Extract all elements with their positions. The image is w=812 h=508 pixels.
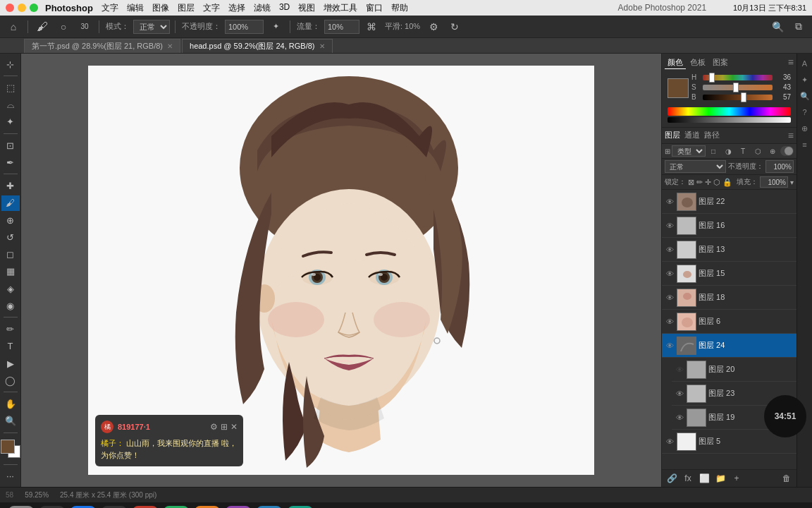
layer-item-13[interactable]: 👁 图层 13 bbox=[662, 238, 796, 262]
filter-toggle[interactable] bbox=[780, 146, 794, 156]
delete-layer-btn[interactable]: 🗑 bbox=[780, 472, 794, 485]
clone-tool[interactable]: ⊕ bbox=[1, 212, 20, 228]
lock-position[interactable]: ✛ bbox=[705, 178, 711, 187]
new-group-btn[interactable]: 📁 bbox=[713, 472, 727, 485]
lock-transparent[interactable]: ⊠ bbox=[688, 178, 694, 187]
tab-head[interactable]: head.psd @ 59.2%(图层 24, RGB/8) ✕ bbox=[182, 39, 332, 53]
filter-type-btn[interactable]: T bbox=[737, 145, 749, 157]
tab-swatches[interactable]: 色板 bbox=[687, 56, 708, 69]
opacity-input[interactable] bbox=[225, 20, 264, 34]
layer-item-20[interactable]: 👁 图层 20 bbox=[672, 358, 796, 382]
add-mask-btn[interactable]: ⬜ bbox=[697, 472, 711, 485]
eraser-tool[interactable]: ◻ bbox=[1, 246, 20, 262]
filter-pixel[interactable]: □ bbox=[707, 145, 720, 157]
search-btn[interactable]: 🔍 bbox=[768, 18, 787, 35]
tab-layers[interactable]: 图层 bbox=[665, 130, 680, 141]
layer-vis-15[interactable]: 👁 bbox=[665, 269, 675, 279]
color-spectrum[interactable] bbox=[668, 107, 791, 116]
lock-all[interactable]: 🔒 bbox=[722, 178, 732, 187]
layer-item-15[interactable]: 👁 图层 15 bbox=[662, 262, 796, 286]
layer-vis-6[interactable]: 👁 bbox=[665, 317, 675, 327]
marquee-tool[interactable]: ⬚ bbox=[1, 80, 20, 95]
flow-input[interactable] bbox=[324, 20, 359, 34]
layer-item-6[interactable]: 👁 图层 6 bbox=[662, 310, 796, 334]
dodge-tool[interactable]: ◉ bbox=[1, 298, 20, 313]
menu-image[interactable]: 图像 bbox=[152, 2, 169, 14]
layer-vis-23[interactable]: 👁 bbox=[675, 389, 684, 399]
rs-collapse-1[interactable]: A bbox=[798, 56, 812, 71]
layer-item-18[interactable]: 👁 图层 18 bbox=[662, 286, 796, 310]
color-swatch-main[interactable] bbox=[668, 78, 689, 98]
bri-thumb[interactable] bbox=[741, 92, 746, 102]
type-tool[interactable]: T bbox=[1, 339, 20, 354]
filter-adjust[interactable]: ◑ bbox=[722, 145, 734, 157]
brush-preset[interactable]: 🖌 bbox=[33, 18, 51, 35]
layers-menu-icon[interactable]: ≡ bbox=[788, 130, 794, 141]
new-layer-btn[interactable]: + bbox=[730, 472, 744, 485]
rs-plugins-btn[interactable]: ⊕ bbox=[798, 121, 812, 135]
shape-tool[interactable]: ◯ bbox=[1, 373, 20, 388]
brush-tool[interactable]: 🖌 bbox=[1, 195, 20, 211]
history-brush[interactable]: ↺ bbox=[1, 229, 20, 245]
layer-blend-mode[interactable]: 正常 bbox=[665, 160, 726, 173]
layer-vis-16[interactable]: 👁 bbox=[665, 221, 675, 231]
bri-slider[interactable] bbox=[703, 95, 773, 100]
foreground-color[interactable] bbox=[1, 440, 15, 454]
panel-menu-icon[interactable]: ≡ bbox=[788, 56, 794, 69]
move-tool[interactable]: ⊹ bbox=[1, 56, 20, 72]
layer-opacity-input[interactable] bbox=[765, 160, 794, 173]
fill-chevron[interactable]: ▾ bbox=[790, 179, 794, 186]
hue-slider[interactable] bbox=[703, 75, 773, 80]
rs-learn-btn[interactable]: ? bbox=[798, 105, 812, 119]
rotate-btn[interactable]: ↻ bbox=[445, 18, 464, 35]
rs-search-btn[interactable]: 🔍 bbox=[798, 89, 812, 103]
blend-mode-select[interactable]: 正常 bbox=[133, 20, 170, 34]
tab-first-close[interactable]: ✕ bbox=[167, 42, 173, 50]
menu-layer[interactable]: 图层 bbox=[178, 2, 195, 14]
crop-tool[interactable]: ⊡ bbox=[1, 138, 20, 153]
hue-thumb[interactable] bbox=[709, 73, 715, 83]
tab-patterns[interactable]: 图案 bbox=[710, 56, 731, 69]
lock-paint[interactable]: ✏ bbox=[696, 178, 703, 187]
tab-channels[interactable]: 通道 bbox=[684, 130, 700, 141]
brush-hardness[interactable]: 30 bbox=[75, 18, 94, 35]
blur-tool[interactable]: ◈ bbox=[1, 281, 20, 296]
menu-select[interactable]: 选择 bbox=[228, 2, 245, 14]
rs-more-btn[interactable]: ≡ bbox=[798, 138, 812, 152]
path-select-tool[interactable]: ▶ bbox=[1, 356, 20, 371]
close-button[interactable] bbox=[6, 4, 14, 12]
add-effect-btn[interactable]: fx bbox=[681, 472, 695, 485]
tab-paths[interactable]: 路径 bbox=[704, 130, 720, 141]
tab-color[interactable]: 颜色 bbox=[665, 56, 686, 69]
menu-window[interactable]: 窗口 bbox=[366, 2, 383, 14]
menu-type[interactable]: 文字 bbox=[203, 2, 220, 14]
filter-shape[interactable]: ⬡ bbox=[751, 145, 764, 157]
airbrush-btn[interactable]: ✦ bbox=[266, 18, 285, 35]
chat-close-icon[interactable]: ✕ bbox=[230, 422, 238, 432]
settings-btn[interactable]: ⚙ bbox=[424, 18, 443, 35]
sat-slider[interactable] bbox=[703, 85, 773, 90]
magic-wand-tool[interactable]: ✦ bbox=[1, 114, 20, 130]
layer-item-22[interactable]: 👁 图层 22 bbox=[662, 190, 796, 214]
heal-tool[interactable]: ✚ bbox=[1, 178, 20, 193]
layer-vis-5[interactable]: 👁 bbox=[665, 437, 675, 447]
menu-view[interactable]: 视图 bbox=[298, 2, 315, 14]
lasso-tool[interactable]: ⌓ bbox=[1, 97, 20, 112]
layer-vis-20[interactable]: 👁 bbox=[675, 365, 684, 375]
smoothing-btn[interactable]: ⌘ bbox=[362, 18, 381, 35]
brush-shape[interactable]: ○ bbox=[54, 18, 73, 35]
maximize-button[interactable] bbox=[30, 4, 38, 12]
zoom-tool[interactable]: 🔍 bbox=[1, 413, 20, 429]
chat-expand-icon[interactable]: ⊞ bbox=[221, 422, 228, 432]
menu-plugin[interactable]: 增效工具 bbox=[324, 2, 357, 14]
sat-thumb[interactable] bbox=[733, 83, 739, 92]
menu-filter[interactable]: 滤镜 bbox=[254, 2, 271, 14]
layer-item-16[interactable]: 👁 图层 16 bbox=[662, 214, 796, 238]
window-btn[interactable]: ⧉ bbox=[789, 18, 808, 35]
menu-3d[interactable]: 3D bbox=[279, 2, 290, 14]
pen-tool[interactable]: ✏ bbox=[1, 321, 20, 337]
menu-edit[interactable]: 编辑 bbox=[127, 2, 144, 14]
chat-controls[interactable]: ⚙ ⊞ ✕ bbox=[210, 422, 238, 432]
rs-art-btn[interactable]: ✦ bbox=[798, 73, 812, 87]
lock-artboard[interactable]: ⬡ bbox=[713, 178, 720, 187]
